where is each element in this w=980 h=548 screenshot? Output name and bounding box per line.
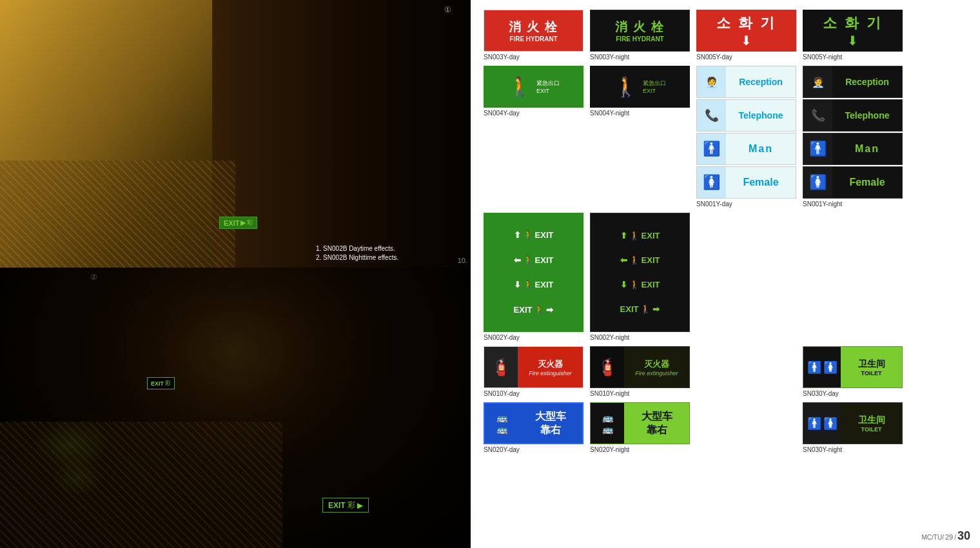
sign-sn010y-day: 🧯 灭火器 Fire extinguisher SN010Y-day — [484, 346, 583, 397]
sn002y-day-sign: ⬆🚶EXIT ⬅🚶EXIT ⬇🚶EXIT EXIT🚶➡ — [484, 213, 583, 332]
sn002y-night-sign: ⬆🚶EXIT ⬅🚶EXIT ⬇🚶EXIT EXIT🚶➡ — [590, 213, 690, 332]
toilet-night-sign: 🚹 🚺 卫生间 TOILET — [803, 402, 903, 444]
exit-sign-daytime: EXIT ▶ 彩 — [219, 217, 257, 229]
sign-sn020y-night: 🚌 🚌 大型车 靠右 SN020Y-night — [590, 402, 690, 453]
reception-day-sign: 🧑‍💼 Reception — [696, 66, 796, 98]
bus-icons-night: 🚌 🚌 — [591, 403, 624, 444]
row-exit: 🚶 紧急出口 EXIT SN004Y-day 🚶 紧急出口 EXIT — [484, 66, 967, 208]
left-panel: 1. SN002B Daytime effects. 2. SN002B Nig… — [0, 0, 471, 548]
reception-text-box: Reception — [726, 66, 796, 97]
sign-sn010y-night: 🧯 灭火器 Fire extinguisher SN010Y-night — [590, 346, 690, 397]
sign-sn030y-day: 🚹 🚺 卫生间 TOILET SN030Y-day — [803, 346, 903, 397]
extinguisher-day-text: 灭火器 Fire extinguisher — [518, 347, 583, 387]
man-night-sign: 🚹 Man — [803, 133, 903, 165]
emerg-exit-night-sign: 🚶 紧急出口 EXIT — [590, 66, 690, 108]
large-vehicle-night-sign: 🚌 🚌 大型车 靠右 — [590, 402, 690, 444]
exit-sign-nighttime-2: EXIT 彩 ▶ — [322, 498, 369, 513]
telephone-night-sign: 📞 Telephone — [803, 99, 903, 132]
toilet-day-sign: 🚹 🚺 卫生间 TOILET — [803, 346, 903, 388]
man-day-sign: 🚹 Man — [696, 133, 796, 165]
sign-sn005y-day: 소 화 기 ⬇ SN005Y-day — [696, 10, 796, 61]
reception-night-text: Reception — [832, 66, 902, 97]
circle-2-label: ② — [90, 273, 97, 282]
female-night-sign: 🚺 Female — [803, 166, 903, 199]
row-fire-hydrant: 消 火 栓 FIRE HYDRANT SN003Y-day 消 火 栓 FIRE… — [484, 10, 967, 61]
extinguisher-night-text: 灭火器 Fire extinguisher — [624, 347, 689, 387]
man-icon: 🚹 — [697, 133, 726, 164]
female-text-box: Female — [726, 167, 796, 198]
signs-catalog: 消 火 栓 FIRE HYDRANT SN003Y-day 消 火 栓 FIRE… — [484, 10, 967, 458]
large-vehicle-day-text: 大型车 靠右 — [518, 404, 582, 443]
num-label: 10. — [458, 257, 467, 264]
bus-icons-day: 🚌 🚌 — [485, 404, 518, 443]
korean-fire-night-sign: 소 화 기 ⬇ — [803, 10, 903, 52]
female-day-sign: 🚺 Female — [696, 166, 796, 199]
photo-daytime: 1. SN002B Daytime effects. 2. SN002B Nig… — [0, 0, 471, 268]
sign-sn003y-night: 消 火 栓 FIRE HYDRANT SN003Y-night — [590, 10, 690, 61]
row-large-vehicle: 🚌 🚌 大型车 靠右 SN020Y-day 🚌 🚌 — [484, 402, 967, 453]
circle-1-label: ① — [444, 5, 451, 14]
man-night-icon: 🚹 — [803, 133, 832, 164]
extinguisher-night-icon: 🧯 — [591, 347, 624, 387]
man-text-box: Man — [726, 133, 796, 164]
exit-sign-nighttime-1: EXIT 彩 — [147, 377, 175, 389]
row-sn002y: ⬆🚶EXIT ⬅🚶EXIT ⬇🚶EXIT EXIT🚶➡ SN002 — [484, 213, 967, 341]
reception-night-sign: 🧑‍💼 Reception — [803, 66, 903, 98]
female-icon: 🚺 — [697, 167, 726, 198]
telephone-day-sign: 📞 Telephone — [696, 99, 796, 132]
sign-sn005y-night: 소 화 기 ⬇ SN005Y-night — [803, 10, 903, 61]
korean-fire-day-sign: 소 화 기 ⬇ — [696, 10, 796, 52]
photo-nighttime: EXIT 彩 EXIT 彩 ▶ ② — [0, 268, 471, 548]
man-night-text: Man — [832, 133, 902, 164]
toilet-day-icons: 🚹 🚺 — [803, 347, 841, 387]
right-panel: 消 火 栓 FIRE HYDRANT SN003Y-day 消 火 栓 FIRE… — [471, 0, 980, 548]
extinguisher-day-icon: 🧯 — [484, 347, 518, 387]
sign-sn002y-night-block: ⬆🚶EXIT ⬅🚶EXIT ⬇🚶EXIT EXIT🚶➡ SN002Y-night — [590, 213, 690, 341]
toilet-night-icons: 🚹 🚺 — [803, 403, 841, 444]
extinguisher-day-sign: 🧯 灭火器 Fire extinguisher — [484, 346, 583, 388]
toilet-night-text: 卫生间 TOILET — [841, 403, 902, 444]
fire-hydrant-day-sign: 消 火 栓 FIRE HYDRANT — [484, 10, 583, 52]
fire-hydrant-night-sign: 消 火 栓 FIRE HYDRANT — [590, 10, 690, 52]
reception-night-icon: 🧑‍💼 — [803, 66, 832, 97]
sign-sn003y-day: 消 火 栓 FIRE HYDRANT SN003Y-day — [484, 10, 583, 61]
caption-label: 1. SN002B Daytime effects. 2. SN002B Nig… — [316, 244, 398, 262]
toilet-day-text: 卫生间 TOILET — [841, 347, 902, 387]
female-night-icon: 🚺 — [803, 167, 832, 198]
telephone-icon: 📞 — [697, 100, 726, 131]
sign-sn030y-night: 🚹 🚺 卫生间 TOILET SN030Y-night — [803, 402, 903, 453]
extinguisher-night-sign: 🧯 灭火器 Fire extinguisher — [590, 346, 690, 388]
large-vehicle-night-text: 大型车 靠右 — [624, 403, 689, 444]
row-extinguisher: 🧯 灭火器 Fire extinguisher SN010Y-day 🧯 灭火器… — [484, 346, 967, 397]
emerg-exit-day-sign: 🚶 紧急出口 EXIT — [484, 66, 583, 108]
telephone-text-box: Telephone — [726, 100, 796, 131]
female-night-text: Female — [832, 167, 902, 198]
sign-sn004y-day: 🚶 紧急出口 EXIT SN004Y-day — [484, 66, 583, 208]
large-vehicle-day-sign: 🚌 🚌 大型车 靠右 — [484, 402, 583, 444]
telephone-night-icon: 📞 — [803, 100, 832, 131]
reception-icon: 🧑‍💼 — [697, 66, 726, 97]
sign-sn002y-day-block: ⬆🚶EXIT ⬅🚶EXIT ⬇🚶EXIT EXIT🚶➡ SN002 — [484, 213, 583, 341]
page-numbers: MC/TU/ 29 / 30 — [921, 529, 970, 543]
sign-sn020y-day: 🚌 🚌 大型车 靠右 SN020Y-day — [484, 402, 583, 453]
sign-sn004y-night: 🚶 紧急出口 EXIT SN004Y-night — [590, 66, 690, 208]
sign-sn001y-night: 🧑‍💼 Reception 📞 Telephone 🚹 Man — [803, 66, 903, 208]
telephone-night-text: Telephone — [832, 100, 902, 131]
sign-sn001y-day: 🧑‍💼 Reception 📞 Telephone 🚹 Man — [696, 66, 796, 208]
